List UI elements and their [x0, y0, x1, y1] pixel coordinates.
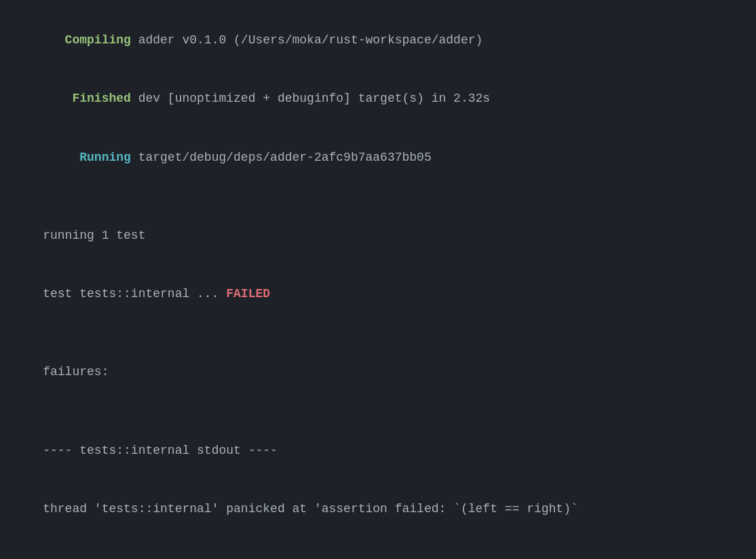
- compiling-line: Compiling adder v0.1.0 (/Users/moka/rust…: [14, 11, 742, 69]
- running-detail: target/debug/deps/adder-2afc9b7aa637bb05: [131, 151, 432, 164]
- empty-line-2: [14, 324, 742, 343]
- finished-detail: dev [unoptimized + debuginfo] target(s) …: [131, 92, 490, 105]
- failed-badge: FAILED: [226, 287, 270, 301]
- running-tests-line: running 1 test: [14, 206, 742, 265]
- failures-label-1: failures:: [14, 343, 742, 402]
- running-tests-text: running 1 test: [43, 229, 145, 242]
- finished-keyword: Finished: [43, 92, 131, 105]
- stdout-separator-text: ---- tests::internal stdout ----: [43, 444, 278, 457]
- terminal-output: Compiling adder v0.1.0 (/Users/moka/rust…: [14, 11, 742, 559]
- running-line: Running target/debug/deps/adder-2afc9b7a…: [14, 128, 742, 187]
- test-result-line: test tests::internal ... FAILED: [14, 265, 742, 323]
- empty-line-1: [14, 187, 742, 206]
- running-keyword: Running: [43, 151, 131, 164]
- stdout-separator: ---- tests::internal stdout ----: [14, 421, 742, 480]
- failures-text-1: failures:: [43, 365, 109, 379]
- compiling-keyword: Compiling: [43, 33, 131, 47]
- empty-line-3: [14, 402, 742, 421]
- left-value-line: left: `5`,: [14, 539, 742, 559]
- finished-line: Finished dev [unoptimized + debuginfo] t…: [14, 69, 742, 128]
- compiling-detail: adder v0.1.0 (/Users/moka/rust-workspace…: [131, 33, 483, 47]
- thread-panic-text: thread 'tests::internal' panicked at 'as…: [43, 502, 578, 516]
- thread-panic-line: thread 'tests::internal' panicked at 'as…: [14, 480, 742, 538]
- test-name-prefix: test tests::internal ...: [43, 287, 226, 301]
